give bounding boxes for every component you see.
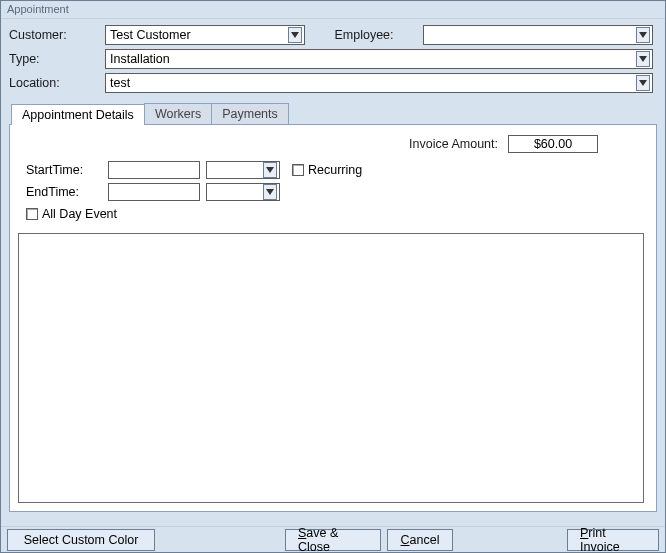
tab-details[interactable]: Appointment Details bbox=[11, 104, 145, 125]
checkbox-icon bbox=[26, 208, 38, 220]
customer-label: Customer: bbox=[9, 28, 101, 42]
invoice-label: Invoice Amount: bbox=[409, 137, 498, 151]
end-time-label: EndTime: bbox=[26, 185, 102, 199]
type-value: Installation bbox=[110, 52, 634, 66]
tab-payments[interactable]: Payments bbox=[211, 103, 289, 124]
tabstrip: Appointment Details Workers Payments bbox=[11, 103, 657, 124]
invoice-row: Invoice Amount: $60.00 bbox=[409, 135, 598, 153]
window-title-text: Appointment bbox=[7, 3, 69, 15]
allday-label: All Day Event bbox=[42, 207, 117, 221]
chevron-down-icon[interactable] bbox=[263, 184, 277, 200]
tab-workers[interactable]: Workers bbox=[144, 103, 212, 124]
employee-combo[interactable] bbox=[423, 25, 653, 45]
appointment-window: Appointment Customer: Test Customer Empl… bbox=[0, 0, 666, 553]
header-form: Customer: Test Customer Employee: Type: … bbox=[1, 19, 665, 99]
end-time-row: EndTime: bbox=[26, 183, 644, 201]
location-label: Location: bbox=[9, 76, 101, 90]
start-time-row: StartTime: Recurring bbox=[26, 161, 644, 179]
print-invoice-button[interactable]: Print Invoice bbox=[567, 529, 659, 551]
save-close-button[interactable]: Save & Close bbox=[285, 529, 381, 551]
location-value: test bbox=[110, 76, 634, 90]
chevron-down-icon[interactable] bbox=[636, 27, 650, 43]
customer-value: Test Customer bbox=[110, 28, 286, 42]
type-combo[interactable]: Installation bbox=[105, 49, 653, 69]
customer-combo[interactable]: Test Customer bbox=[105, 25, 305, 45]
location-combo[interactable]: test bbox=[105, 73, 653, 93]
select-custom-color-button[interactable]: Select Custom Color bbox=[7, 529, 155, 551]
end-time-combo[interactable] bbox=[206, 183, 280, 201]
allday-checkbox[interactable]: All Day Event bbox=[26, 207, 644, 221]
tab-panel-details: Invoice Amount: $60.00 StartTime: bbox=[9, 124, 657, 512]
start-time-label: StartTime: bbox=[26, 163, 102, 177]
cancel-button[interactable]: Cancel bbox=[387, 529, 453, 551]
footer-bar: Select Custom Color Save & Close Cancel … bbox=[1, 526, 665, 552]
invoice-amount-field[interactable]: $60.00 bbox=[508, 135, 598, 153]
chevron-down-icon[interactable] bbox=[288, 27, 302, 43]
notes-textarea[interactable] bbox=[18, 233, 644, 503]
chevron-down-icon[interactable] bbox=[636, 75, 650, 91]
tabs: Appointment Details Workers Payments Inv… bbox=[9, 103, 657, 512]
employee-label: Employee: bbox=[309, 28, 419, 42]
window-title: Appointment bbox=[1, 1, 665, 19]
details-top: Invoice Amount: $60.00 StartTime: bbox=[22, 135, 644, 221]
end-date-field[interactable] bbox=[108, 183, 200, 201]
type-label: Type: bbox=[9, 52, 101, 66]
recurring-label: Recurring bbox=[308, 163, 362, 177]
checkbox-icon bbox=[292, 164, 304, 176]
chevron-down-icon[interactable] bbox=[263, 162, 277, 178]
start-time-combo[interactable] bbox=[206, 161, 280, 179]
start-date-field[interactable] bbox=[108, 161, 200, 179]
recurring-checkbox[interactable]: Recurring bbox=[292, 163, 362, 177]
chevron-down-icon[interactable] bbox=[636, 51, 650, 67]
